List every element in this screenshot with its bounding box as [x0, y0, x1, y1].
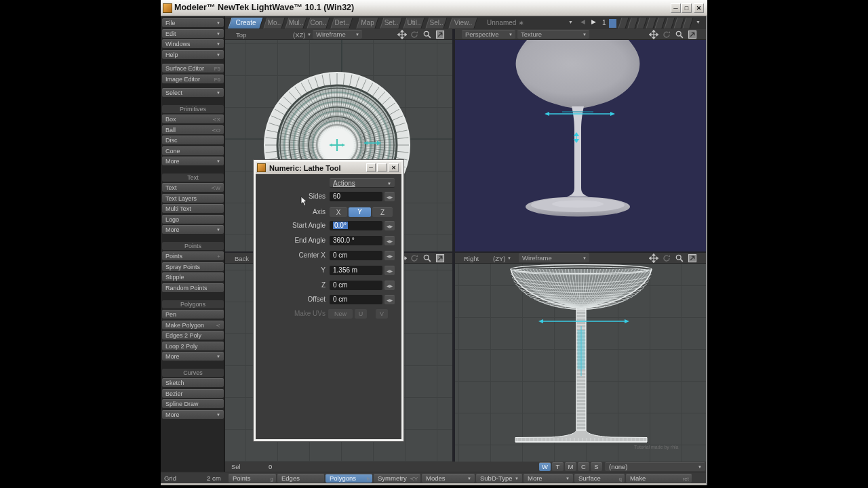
svg-text:Tutorial made by rhia: Tutorial made by rhia	[634, 445, 679, 450]
